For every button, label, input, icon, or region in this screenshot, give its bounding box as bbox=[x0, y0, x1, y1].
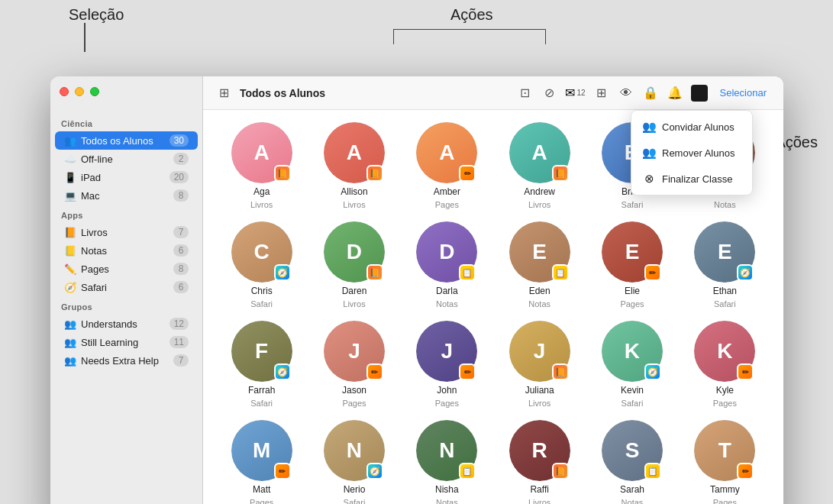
sidebar-section-ciência: Ciência bbox=[50, 113, 202, 131]
hide-icon[interactable]: 👁 bbox=[618, 85, 634, 102]
student-card[interactable]: N🧭NerioSafari bbox=[311, 420, 397, 504]
student-card[interactable]: D📋DarlaNotas bbox=[404, 221, 490, 309]
notas-label: Notas bbox=[81, 245, 169, 257]
safari-count: 6 bbox=[173, 281, 189, 293]
offline-icon: ☁️ bbox=[64, 153, 76, 165]
student-card[interactable]: D📙DarenLivros bbox=[311, 221, 397, 309]
sidebar-item-extra[interactable]: 👥Needs Extra Help7 bbox=[55, 351, 198, 370]
avatar-wrapper: D📙 bbox=[324, 221, 385, 283]
student-card[interactable]: R📙RaffiLivros bbox=[496, 420, 583, 504]
extra-label: Needs Extra Help bbox=[81, 355, 169, 367]
student-app: Pages bbox=[713, 399, 737, 408]
avatar-wrapper: N🧭 bbox=[324, 420, 385, 481]
pages-label: Pages bbox=[81, 263, 169, 275]
student-app: Safari bbox=[714, 299, 736, 309]
student-card[interactable]: N📋NishaNotas bbox=[404, 420, 490, 504]
sidebar-item-safari[interactable]: 🧭Safari6 bbox=[55, 278, 198, 296]
mail-icon: ✉ bbox=[565, 86, 575, 100]
finalizar-dropdown-icon: ⊗ bbox=[642, 172, 656, 186]
minimize-button[interactable] bbox=[75, 87, 84, 96]
safari-badge: 🧭 bbox=[366, 463, 383, 480]
sidebar-item-livros[interactable]: 📙Livros7 bbox=[55, 223, 198, 241]
still-icon: 👥 bbox=[64, 336, 76, 348]
student-card[interactable]: J📙JulianaLivros bbox=[496, 321, 583, 408]
avatar-wrapper: E✏ bbox=[602, 221, 663, 283]
understands-count: 12 bbox=[170, 318, 189, 330]
livros-badge: 📙 bbox=[366, 165, 383, 182]
notas-badge: 📋 bbox=[459, 264, 476, 281]
livros-label: Livros bbox=[81, 227, 169, 238]
student-app: Pages bbox=[342, 399, 366, 408]
dropdown-item-convidar[interactable]: 👥Convidar Alunos bbox=[631, 114, 752, 140]
livros-badge: 📙 bbox=[552, 463, 569, 480]
safari-badge: 🧭 bbox=[274, 264, 291, 281]
page-title: Todos os Alunos bbox=[240, 87, 325, 99]
student-name: Elie bbox=[625, 286, 640, 296]
student-card[interactable]: C🧭ChrisSafari bbox=[218, 221, 305, 309]
student-app: Notas bbox=[436, 299, 458, 309]
remover-dropdown-icon: 👥 bbox=[642, 146, 656, 160]
student-card[interactable]: F🧭FarrahSafari bbox=[218, 321, 305, 408]
student-card[interactable]: M✏MattPages bbox=[218, 420, 305, 504]
pages-badge: ✏ bbox=[274, 463, 291, 480]
student-name: Ethan bbox=[713, 286, 737, 296]
student-card[interactable]: A✏AmberPages bbox=[404, 122, 490, 209]
student-card[interactable]: S📋SarahNotas bbox=[589, 420, 675, 504]
safari-label: Safari bbox=[81, 282, 169, 293]
sidebar-item-pages[interactable]: ✏️Pages8 bbox=[55, 260, 198, 278]
livros-badge: 📙 bbox=[552, 165, 569, 182]
student-name: Darla bbox=[436, 286, 458, 296]
understands-icon: 👥 bbox=[64, 318, 76, 330]
sidebar-item-mac[interactable]: 💻Mac8 bbox=[55, 186, 198, 205]
maximize-button[interactable] bbox=[90, 87, 99, 96]
restrict-icon[interactable]: ⊘ bbox=[541, 85, 557, 102]
mail-count: 12 bbox=[576, 89, 585, 97]
sidebar-item-todos[interactable]: 👥Todos os Alunos30 bbox=[55, 131, 198, 150]
student-card[interactable]: E🧭EthanSafari bbox=[682, 221, 768, 309]
sidebar-item-still[interactable]: 👥Still Learning11 bbox=[55, 333, 198, 351]
dropdown-item-finalizar[interactable]: ⊗Finalizar Classe bbox=[631, 166, 752, 192]
sidebar-item-ipad[interactable]: 📱iPad20 bbox=[55, 168, 198, 186]
student-name: Juliana bbox=[525, 385, 554, 396]
dropdown-item-remover[interactable]: 👥Remover Alunos bbox=[631, 140, 752, 166]
student-app: Livros bbox=[528, 399, 550, 408]
color-picker[interactable] bbox=[691, 85, 708, 102]
pages-badge: ✏ bbox=[459, 363, 476, 380]
student-card[interactable]: E✏EliePages bbox=[589, 221, 675, 309]
student-app: Livros bbox=[528, 200, 550, 209]
avatar-wrapper: C🧭 bbox=[231, 221, 292, 283]
sidebar-item-offline[interactable]: ☁️Off-line2 bbox=[55, 150, 198, 168]
mail-badge[interactable]: ✉ 12 bbox=[565, 86, 585, 100]
still-count: 11 bbox=[170, 336, 189, 348]
todos-count: 30 bbox=[170, 134, 189, 147]
finalizar-dropdown-label: Finalizar Classe bbox=[662, 173, 732, 185]
close-button[interactable] bbox=[60, 87, 69, 96]
lock-icon[interactable]: 🔒 bbox=[642, 85, 659, 102]
mute-icon[interactable]: 🔔 bbox=[667, 85, 683, 102]
student-card[interactable]: T✏TammyPages bbox=[682, 420, 768, 504]
notas-badge: 📋 bbox=[552, 264, 569, 281]
sidebar-toggle-icon[interactable]: ⊞ bbox=[215, 85, 232, 102]
sidebar-item-understands[interactable]: 👥Understands12 bbox=[55, 315, 198, 333]
student-card[interactable]: J✏JasonPages bbox=[311, 321, 397, 408]
mac-icon: 💻 bbox=[64, 189, 76, 202]
student-card[interactable]: A📙AndrewLivros bbox=[496, 122, 583, 209]
sidebar-item-notas[interactable]: 📒Notas6 bbox=[55, 241, 198, 260]
student-app: Livros bbox=[528, 498, 550, 504]
student-card[interactable]: K✏KylePages bbox=[682, 321, 768, 408]
avatar-wrapper: S📋 bbox=[602, 420, 663, 481]
student-card[interactable]: J✏JohnPages bbox=[404, 321, 490, 408]
student-name: John bbox=[437, 385, 457, 396]
student-card[interactable]: E📋EdenNotas bbox=[496, 221, 583, 309]
layers-icon[interactable]: ⊡ bbox=[516, 85, 533, 102]
student-card[interactable]: K🧭KevinSafari bbox=[589, 321, 675, 408]
avatar-wrapper: J✏ bbox=[324, 321, 385, 382]
select-button[interactable]: Selecionar bbox=[715, 86, 771, 100]
avatar-wrapper: F🧭 bbox=[231, 321, 292, 382]
offline-count: 2 bbox=[173, 153, 189, 165]
pages-count: 8 bbox=[173, 263, 189, 275]
apps-icon[interactable]: ⊞ bbox=[593, 85, 610, 102]
sidebar-section-grupos: Grupos bbox=[50, 296, 202, 315]
student-card[interactable]: A📙AgaLivros bbox=[218, 122, 305, 209]
student-card[interactable]: A📙AllisonLivros bbox=[311, 122, 397, 209]
